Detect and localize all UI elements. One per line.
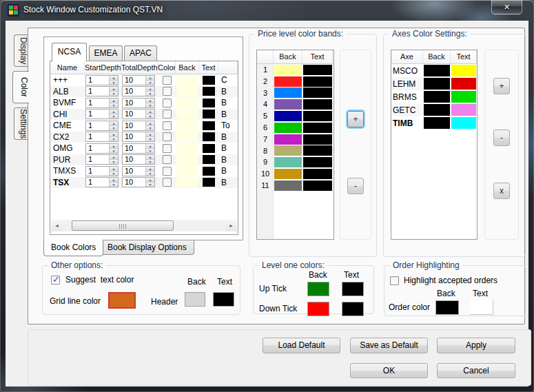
remove-axis-button[interactable]: - — [493, 130, 510, 146]
spinner-down-icon[interactable]: ▼ — [146, 80, 154, 85]
down-tick-back-swatch[interactable] — [307, 302, 329, 316]
book-row-text-swatch[interactable] — [203, 144, 215, 153]
price-band-back-swatch[interactable] — [274, 65, 302, 75]
book-row-name[interactable]: +++ — [50, 74, 85, 86]
spinner-down-icon[interactable]: ▼ — [146, 114, 154, 118]
book-row-name[interactable]: BVMF — [50, 97, 85, 109]
book-row-text-swatch[interactable] — [203, 110, 215, 118]
price-band-text-swatch[interactable] — [303, 180, 332, 191]
axis-name[interactable]: GETC — [391, 105, 423, 115]
region-tab-apac[interactable]: APAC — [124, 45, 157, 61]
spinner-down-icon[interactable]: ▼ — [146, 171, 154, 176]
price-band-text-swatch[interactable] — [303, 123, 332, 133]
book-column-header-startdepth[interactable]: StartDepth — [85, 61, 121, 74]
book-row-totaldepth-spinner[interactable]: 10▲▼ — [122, 154, 155, 165]
price-band-back-swatch[interactable] — [274, 111, 302, 121]
book-row-name[interactable]: CX2 — [50, 132, 85, 143]
price-band-back-swatch[interactable] — [274, 157, 302, 167]
scrollbar-track[interactable] — [63, 220, 225, 231]
axis-text-swatch[interactable] — [451, 78, 476, 90]
axis-name[interactable]: TIMB — [391, 118, 423, 128]
scroll-right-icon[interactable]: ► — [225, 220, 237, 231]
book-row-text-swatch[interactable] — [203, 167, 215, 176]
axis-name[interactable]: BRMS — [391, 92, 423, 102]
remove-band-button[interactable]: - — [347, 178, 364, 194]
book-row-totaldepth-spinner[interactable]: 10▲▼ — [122, 177, 155, 187]
book-row-back-swatch[interactable] — [176, 132, 198, 142]
price-band-text-swatch[interactable] — [303, 87, 332, 98]
scroll-left-icon[interactable]: ◄ — [51, 220, 63, 231]
price-band-text-swatch[interactable] — [303, 65, 332, 75]
book-row-text-swatch[interactable] — [203, 155, 215, 164]
down-tick-text-swatch[interactable] — [342, 302, 364, 316]
book-row-name[interactable]: PUR — [50, 154, 85, 166]
book-row-color-checkbox[interactable] — [163, 167, 172, 176]
spinner-down-icon[interactable]: ▼ — [146, 136, 154, 141]
highlight-accepted-orders-checkbox[interactable] — [390, 276, 399, 285]
ok-button[interactable]: OK — [350, 363, 428, 378]
book-row-name[interactable]: ALB — [50, 86, 85, 98]
book-row-name[interactable]: CME — [50, 120, 85, 132]
axis-back-swatch[interactable] — [424, 117, 450, 129]
book-row-back-swatch[interactable] — [176, 154, 198, 165]
spinner-down-icon[interactable]: ▼ — [146, 148, 154, 153]
book-row-totaldepth-spinner[interactable]: 10▲▼ — [122, 132, 155, 142]
price-band-back-swatch[interactable] — [274, 123, 302, 133]
price-band-back-swatch[interactable] — [274, 180, 302, 191]
book-column-header-totaldepth[interactable]: TotalDepth — [121, 61, 158, 74]
axis-back-swatch[interactable] — [424, 65, 450, 76]
book-row-back-swatch[interactable] — [176, 75, 198, 85]
price-band-text-swatch[interactable] — [303, 76, 332, 87]
book-row-name[interactable]: TMXS — [50, 165, 85, 177]
price-band-text-swatch[interactable] — [303, 157, 332, 167]
axis-text-swatch[interactable] — [451, 104, 476, 116]
spinner-down-icon[interactable]: ▼ — [146, 91, 154, 96]
spinner-down-icon[interactable]: ▼ — [146, 125, 154, 130]
price-band-back-swatch[interactable] — [274, 87, 302, 98]
book-row-text-swatch[interactable] — [203, 121, 215, 130]
price-band-back-swatch[interactable] — [274, 145, 302, 156]
spinner-down-icon[interactable]: ▼ — [146, 182, 154, 187]
spinner-down-icon[interactable]: ▼ — [110, 136, 118, 141]
book-row-text-swatch[interactable] — [203, 87, 215, 96]
book-row-color-checkbox[interactable] — [163, 144, 172, 153]
price-band-text-swatch[interactable] — [303, 111, 332, 121]
book-column-header-color[interactable]: Color — [158, 61, 176, 74]
book-row-startdepth-spinner[interactable]: 1▲▼ — [85, 166, 119, 176]
book-row-startdepth-spinner[interactable]: 1▲▼ — [85, 109, 119, 119]
book-row-back-swatch[interactable] — [176, 86, 198, 96]
book-row-startdepth-spinner[interactable]: 1▲▼ — [85, 132, 119, 142]
book-row-color-checkbox[interactable] — [163, 132, 172, 141]
book-row-startdepth-spinner[interactable]: 1▲▼ — [85, 121, 119, 131]
book-row-back-swatch[interactable] — [176, 177, 198, 187]
book-row-text-swatch[interactable] — [203, 99, 215, 107]
load-default-button[interactable]: Load Default — [263, 338, 340, 353]
book-row-text-swatch[interactable] — [203, 178, 215, 187]
bottom-tab-book-colors[interactable]: Book Colors — [43, 240, 103, 256]
book-row-text-swatch[interactable] — [203, 76, 215, 85]
axis-text-swatch[interactable] — [451, 117, 476, 129]
price-band-text-swatch[interactable] — [303, 99, 332, 110]
spinner-down-icon[interactable]: ▼ — [146, 159, 154, 164]
book-row-back-swatch[interactable] — [176, 121, 198, 131]
book-row-color-checkbox[interactable] — [163, 121, 172, 130]
delete-axis-button[interactable]: x — [493, 183, 510, 199]
spinner-down-icon[interactable]: ▼ — [110, 125, 118, 130]
spinner-down-icon[interactable]: ▼ — [110, 182, 118, 187]
bottom-tab-book-display-options[interactable]: Book Display Options — [100, 240, 194, 255]
add-axis-button[interactable]: + — [493, 78, 510, 94]
spinner-down-icon[interactable]: ▼ — [110, 80, 118, 85]
axis-text-swatch[interactable] — [451, 91, 476, 103]
book-row-totaldepth-spinner[interactable]: 10▲▼ — [122, 109, 155, 119]
price-band-back-swatch[interactable] — [274, 169, 302, 179]
header-text-swatch[interactable] — [213, 292, 234, 307]
book-row-text-swatch[interactable] — [203, 132, 215, 141]
price-band-back-swatch[interactable] — [274, 134, 302, 145]
book-row-back-swatch[interactable] — [176, 109, 198, 119]
book-row-totaldepth-spinner[interactable]: 10▲▼ — [122, 86, 155, 96]
spinner-down-icon[interactable]: ▼ — [146, 103, 154, 107]
axis-back-swatch[interactable] — [424, 91, 450, 103]
book-column-header-back[interactable]: Back — [176, 61, 199, 74]
book-row-startdepth-spinner[interactable]: 1▲▼ — [85, 143, 119, 154]
side-tab-settings[interactable]: Settings — [14, 107, 28, 140]
